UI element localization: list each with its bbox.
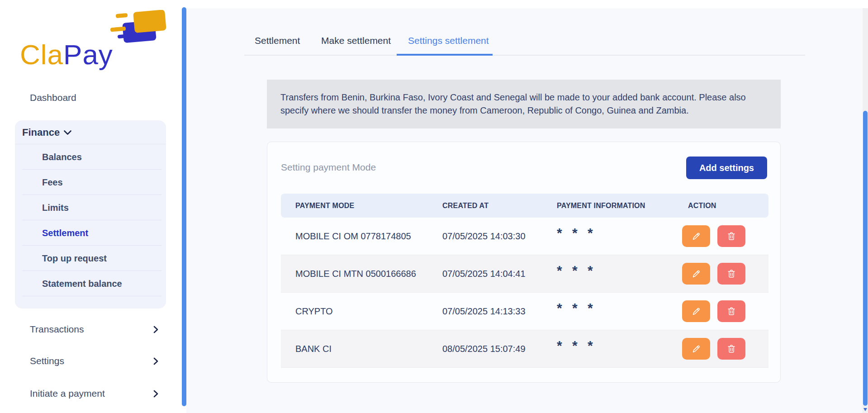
edit-button[interactable] bbox=[682, 300, 710, 322]
chevron-right-icon bbox=[153, 390, 158, 398]
chevron-right-icon bbox=[153, 326, 158, 333]
sidebar-item-label: Settings bbox=[30, 356, 64, 366]
info-banner: Transfers from Benin, Burkina Faso, Ivor… bbox=[267, 80, 781, 128]
sidebar-item-label: Transactions bbox=[30, 324, 84, 335]
trash-icon bbox=[726, 231, 736, 241]
logo-text-cla: Cla bbox=[20, 39, 63, 70]
delete-button[interactable] bbox=[717, 263, 745, 285]
col-header-created-at: CREATED AT bbox=[442, 202, 557, 210]
sidebar-item-limits[interactable]: Limits bbox=[15, 195, 166, 220]
table-header-row: PAYMENT MODE CREATED AT PAYMENT INFORMAT… bbox=[281, 194, 768, 218]
sidebar-item-finance[interactable]: Finance bbox=[15, 120, 166, 144]
sidebar: ClaPay Dashboard Finance Balances Fees L… bbox=[0, 0, 166, 413]
delete-button[interactable] bbox=[717, 338, 745, 360]
clapay-logo-text: ClaPay bbox=[20, 41, 113, 69]
delete-button[interactable] bbox=[717, 300, 745, 322]
chevron-down-icon bbox=[64, 130, 71, 135]
col-header-action: ACTION bbox=[688, 202, 768, 210]
pencil-icon bbox=[691, 269, 701, 279]
row-actions bbox=[682, 263, 768, 285]
info-banner-text: Transfers from Benin, Burkina Faso, Ivor… bbox=[280, 91, 767, 117]
sidebar-item-label: Dashboard bbox=[30, 92, 76, 103]
app-screen: ClaPay Dashboard Finance Balances Fees L… bbox=[0, 0, 868, 413]
main-content: Settlement Make settlement Settings sett… bbox=[186, 8, 863, 413]
payment-mode-value: BANK CI bbox=[295, 344, 442, 354]
tabs-divider bbox=[244, 55, 805, 56]
tab-settlement[interactable]: Settlement bbox=[255, 35, 300, 46]
payment-mode-value: MOBILE CI OM 0778174805 bbox=[295, 231, 442, 242]
sidebar-item-fees[interactable]: Fees bbox=[15, 170, 166, 195]
payment-mode-value: CRYPTO bbox=[295, 306, 442, 317]
scroll-down-arrow-icon[interactable] bbox=[863, 408, 867, 411]
clapay-card-transfer-icon bbox=[109, 10, 168, 44]
row-actions bbox=[682, 338, 768, 360]
sidebar-item-top-up-request[interactable]: Top up request bbox=[15, 246, 166, 271]
finance-submenu: Balances Fees Limits Settlement Top up r… bbox=[15, 144, 166, 296]
clapay-logo[interactable]: ClaPay bbox=[20, 9, 156, 69]
sidebar-item-dashboard[interactable]: Dashboard bbox=[30, 92, 152, 103]
chevron-right-icon bbox=[153, 357, 158, 365]
edit-button[interactable] bbox=[682, 225, 710, 247]
table-row: MOBILE CI MTN 0500166686 07/05/2025 14:0… bbox=[281, 255, 768, 293]
sidebar-item-settings[interactable]: Settings bbox=[30, 356, 152, 366]
table-row: CRYPTO 07/05/2025 14:13:33 * * * bbox=[281, 293, 768, 330]
card-title: Setting payment Mode bbox=[281, 162, 376, 173]
masked-payment-info: * * * bbox=[557, 339, 688, 359]
table-row: MOBILE CI OM 0778174805 07/05/2025 14:03… bbox=[281, 218, 768, 255]
sidebar-item-initiate-a-payment[interactable]: Initiate a payment bbox=[30, 388, 152, 399]
row-actions bbox=[682, 300, 768, 322]
pencil-icon bbox=[691, 344, 701, 354]
col-header-payment-mode: PAYMENT MODE bbox=[295, 202, 442, 210]
edit-button[interactable] bbox=[682, 263, 710, 285]
created-at-value: 07/05/2025 14:04:41 bbox=[442, 269, 557, 279]
add-settings-button[interactable]: Add settings bbox=[686, 157, 767, 179]
sidebar-item-balances[interactable]: Balances bbox=[15, 144, 166, 170]
content-scrollbar-left[interactable] bbox=[182, 7, 186, 406]
row-actions bbox=[682, 225, 768, 247]
masked-payment-info: * * * bbox=[557, 226, 688, 246]
trash-icon bbox=[726, 344, 736, 354]
sidebar-item-settlement[interactable]: Settlement bbox=[15, 220, 166, 246]
sidebar-item-statement-balance[interactable]: Statement balance bbox=[15, 271, 166, 296]
created-at-value: 07/05/2025 14:03:30 bbox=[442, 231, 557, 242]
trash-icon bbox=[726, 306, 736, 316]
delete-button[interactable] bbox=[717, 225, 745, 247]
sidebar-item-label: Finance bbox=[22, 127, 60, 138]
masked-payment-info: * * * bbox=[557, 301, 688, 321]
trash-icon bbox=[726, 269, 736, 279]
tab-make-settlement[interactable]: Make settlement bbox=[321, 35, 391, 46]
tab-settings-settlement[interactable]: Settings settlement bbox=[408, 35, 489, 46]
pencil-icon bbox=[691, 231, 701, 241]
logo-text-pay: Pay bbox=[63, 39, 113, 70]
col-header-payment-information: PAYMENT INFORMATION bbox=[557, 202, 688, 210]
pencil-icon bbox=[691, 306, 701, 316]
sidebar-item-label: Initiate a payment bbox=[30, 388, 105, 399]
table-row: BANK CI 08/05/2025 15:07:49 * * * bbox=[281, 330, 768, 368]
edit-button[interactable] bbox=[682, 338, 710, 360]
sidebar-item-transactions[interactable]: Transactions bbox=[30, 324, 152, 335]
sidebar-finance-panel: Finance Balances Fees Limits Settlement … bbox=[15, 120, 166, 309]
active-tab-underline bbox=[397, 54, 493, 56]
page-scrollbar[interactable] bbox=[863, 111, 868, 406]
payment-mode-value: MOBILE CI MTN 0500166686 bbox=[295, 269, 442, 279]
masked-payment-info: * * * bbox=[557, 264, 688, 284]
payment-modes-table: PAYMENT MODE CREATED AT PAYMENT INFORMAT… bbox=[281, 194, 768, 368]
created-at-value: 08/05/2025 15:07:49 bbox=[442, 344, 557, 354]
settings-card: Setting payment Mode Add settings PAYMEN… bbox=[267, 142, 781, 383]
created-at-value: 07/05/2025 14:13:33 bbox=[442, 306, 557, 317]
